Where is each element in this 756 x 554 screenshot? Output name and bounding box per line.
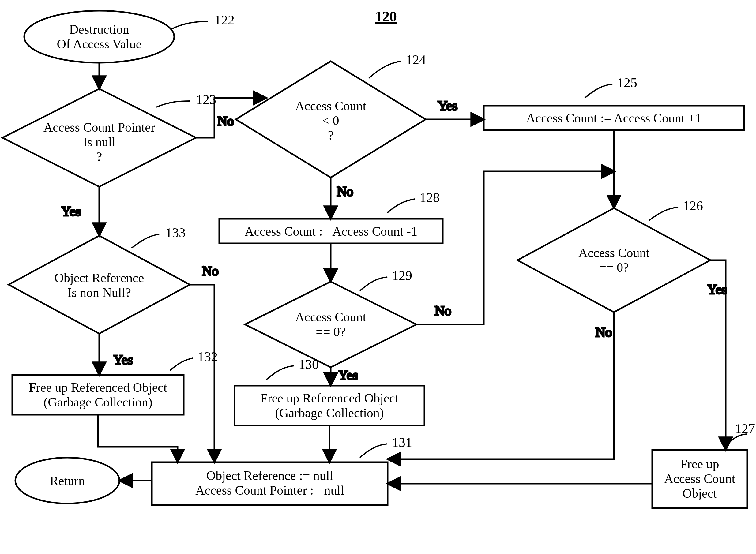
node-129-decision: Access Count == 0? 129 — [245, 268, 417, 367]
svg-text:?: ? — [97, 150, 102, 164]
svg-text:(Garbage Collection): (Garbage Collection) — [275, 406, 384, 420]
svg-text:Is null: Is null — [83, 135, 115, 149]
svg-text:Object Reference :=  null: Object Reference := null — [206, 468, 333, 483]
ref-129: 129 — [392, 268, 412, 283]
node-122-start: Destruction Of Access Value 122 — [24, 11, 234, 63]
node-124-decision: Access Count < 0 ? 124 — [236, 52, 426, 177]
label-129-no: No — [435, 303, 451, 318]
svg-text:Free up: Free up — [680, 457, 719, 471]
svg-text:Access Count := Access Count -: Access Count := Access Count -1 — [245, 224, 417, 238]
svg-text:Access Count: Access Count — [295, 99, 366, 113]
ref-130: 130 — [299, 357, 319, 372]
svg-text:Destruction: Destruction — [69, 22, 129, 37]
svg-text:< 0: < 0 — [322, 114, 339, 128]
ref-122: 122 — [214, 12, 234, 27]
ref-123: 123 — [196, 92, 216, 107]
label-123-no: No — [217, 114, 234, 128]
node-131-process: Object Reference := null Access Count Po… — [152, 435, 412, 505]
svg-text:Return: Return — [50, 474, 85, 488]
ref-125: 125 — [617, 75, 637, 90]
label-123-yes: Yes — [61, 204, 81, 219]
svg-text:== 0?: == 0? — [316, 325, 346, 339]
svg-text:Access Count: Access Count — [295, 310, 366, 324]
label-124-no: No — [337, 184, 354, 199]
ref-124: 124 — [406, 52, 426, 67]
svg-text:(Garbage Collection): (Garbage Collection) — [44, 395, 153, 409]
ref-131: 131 — [392, 435, 412, 450]
figure-number: 120 — [375, 8, 397, 24]
edge-133-no-131 — [190, 285, 214, 461]
label-133-yes: Yes — [113, 352, 133, 367]
svg-text:Access Count Pointer :=  null: Access Count Pointer := null — [195, 483, 344, 497]
node-126-decision: Access Count == 0? 126 — [518, 198, 710, 312]
svg-text:Access Count := Access Count +: Access Count := Access Count +1 — [526, 111, 702, 125]
ref-127: 127 — [735, 421, 755, 436]
node-133-decision: Object Reference Is non Null? 133 — [9, 225, 190, 334]
ref-133: 133 — [165, 225, 185, 240]
svg-text:== 0?: == 0? — [599, 261, 629, 275]
svg-text:Free up Referenced Object: Free up Referenced Object — [260, 391, 399, 405]
node-return-terminal: Return — [15, 457, 119, 503]
label-126-no: No — [596, 325, 612, 340]
svg-text:Of Access Value: Of Access Value — [57, 37, 142, 51]
ref-128: 128 — [420, 190, 440, 205]
svg-text:Object Reference: Object Reference — [54, 271, 144, 285]
svg-text:Access Count: Access Count — [579, 246, 649, 260]
node-123-decision: Access Count Pointer Is null ? 123 — [2, 89, 216, 187]
edge-132-131 — [98, 415, 177, 461]
ref-126: 126 — [683, 198, 703, 213]
svg-text:Object: Object — [683, 486, 717, 500]
node-125-process: Access Count := Access Count +1 125 — [484, 75, 744, 130]
svg-text:Is non Null?: Is non Null? — [67, 286, 131, 300]
label-129-yes: Yes — [338, 368, 358, 383]
label-133-no: No — [202, 264, 219, 279]
label-126-yes: Yes — [707, 282, 727, 297]
flowchart-diagram: 120 Destruction Of Access Value 122 Acce… — [0, 0, 756, 554]
label-124-yes: Yes — [438, 98, 457, 113]
svg-text:?: ? — [328, 128, 334, 142]
svg-text:Access Count Pointer: Access Count Pointer — [44, 120, 155, 134]
node-127-process: Free up Access Count Object 127 — [652, 421, 755, 508]
svg-text:Free up Referenced Object: Free up Referenced Object — [29, 380, 167, 394]
svg-text:Access Count: Access Count — [664, 472, 735, 486]
